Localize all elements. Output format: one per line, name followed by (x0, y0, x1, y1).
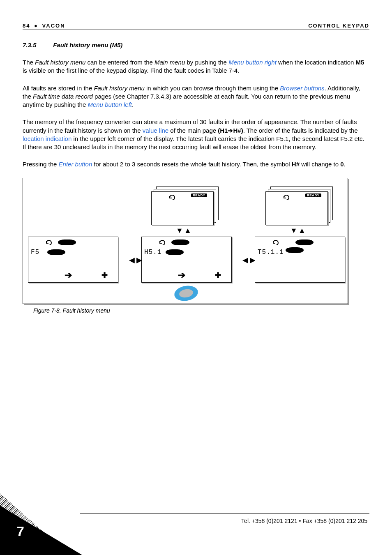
rotate-icon (272, 240, 279, 245)
keypad-screen-3: T5.1.1 (255, 237, 345, 283)
term-fault-history-menu: Fault history menu (35, 59, 85, 66)
footer-contact: Tel. +358 (0)201 2121 • Fax +358 (0)201 … (241, 518, 367, 524)
plus-icon: ✚ (101, 272, 108, 279)
enter-button-icon (173, 284, 199, 303)
text: in the upper left corner of the display.… (23, 135, 364, 150)
text: can be entered from the (85, 59, 154, 66)
code-zero: 0 (340, 161, 344, 168)
text: when the location indication (277, 59, 356, 66)
arrow-right-icon: ➔ (65, 271, 72, 280)
page-header: 84 ● VACON CONTROL KEYPAD (23, 23, 369, 30)
link-menu-button-right[interactable]: Menu button right (228, 59, 277, 66)
code-hhash: H#) (233, 127, 243, 134)
indicator-icon (47, 249, 65, 255)
text: . (132, 101, 134, 108)
code-m5: M5 (356, 59, 364, 66)
term-fault-time-data-record: Fault time data record (33, 93, 93, 100)
triangle-left-icon: ◀ (242, 256, 248, 264)
indicator-icon (58, 240, 76, 245)
triangle-down-icon: ▼ (290, 227, 297, 234)
page-number-top: 84 (23, 23, 30, 29)
rotate-icon (169, 194, 175, 200)
footer-rule (80, 514, 369, 514)
keypad-screen-1: F5 ➔ ✚ (28, 237, 118, 283)
section-title: Fault history menu (M5) (53, 41, 122, 48)
text: for about 2 to 3 seconds resets the whol… (92, 161, 292, 168)
arrow-right-icon: ➔ (178, 271, 185, 280)
ready-badge: READY (191, 193, 207, 197)
rotate-icon (283, 194, 290, 200)
section-heading: 7.3.5 Fault history menu (M5) (23, 41, 369, 48)
text: All faults are stored in the (23, 85, 94, 92)
text: of the main page (168, 127, 218, 134)
indicator-icon (166, 249, 184, 255)
link-enter-button[interactable]: Enter button (59, 161, 92, 168)
term-main-menu: Main menu (154, 59, 185, 66)
ready-badge: READY (305, 193, 321, 197)
code-h1: (H1 (218, 127, 228, 134)
text: . (344, 161, 346, 168)
indicator-icon (286, 247, 304, 253)
rotate-icon (46, 240, 52, 245)
text: by pushing the (185, 59, 228, 66)
paragraph-3: The memory of the frequency converter ca… (23, 118, 369, 151)
triangle-up-icon: ▲ (298, 227, 306, 234)
brand: VACON (42, 23, 65, 29)
term-fault-history-menu: Fault history menu (94, 85, 144, 92)
bullet-icon: ● (34, 23, 38, 29)
text: is visible on the first line of the keyp… (23, 67, 239, 74)
link-browser-buttons[interactable]: Browser buttons (280, 85, 324, 92)
footer-triangle-decoration (0, 506, 82, 555)
screen-stack-top-2: READY (265, 191, 328, 225)
screen-stack-top-1: READY (151, 191, 214, 225)
triangle-up-icon: ▲ (184, 227, 191, 234)
link-location-indication[interactable]: location indication (23, 135, 71, 142)
figure-7-8: READY READY ▼ ▲ ▼ ▲ F5 ➔ ✚ ◀ ▶ H5.1 (23, 178, 348, 304)
triangle-left-icon: ◀ (129, 256, 135, 264)
text: in which you can browse through them usi… (145, 85, 280, 92)
header-right: CONTROL KEYPAD (308, 23, 369, 29)
header-left: 84 ● VACON (23, 23, 65, 29)
screen-code: H5.1 (144, 249, 161, 256)
paragraph-4: Pressing the Enter button for about 2 to… (23, 160, 369, 168)
screen-code: T5.1.1 (258, 249, 284, 256)
indicator-icon (295, 240, 314, 245)
arrow-right-icon: ➔ (228, 127, 233, 134)
enter-button-inner (179, 288, 194, 299)
rotate-icon (159, 240, 166, 245)
triangle-down-icon: ▼ (176, 227, 183, 234)
indicator-icon (171, 240, 189, 245)
chapter-number: 7 (16, 523, 24, 539)
screen-code: F5 (31, 249, 39, 256)
section-number: 7.3.5 (23, 41, 51, 48)
text: will change to (300, 161, 340, 168)
figure-caption: Figure 7-8. Fault history menu (33, 307, 369, 314)
text: Pressing the (23, 161, 59, 168)
page-footer: Tel. +358 (0)201 2121 • Fax +358 (0)201 … (0, 485, 392, 555)
paragraph-1: The Fault history menu can be entered fr… (23, 58, 369, 75)
paragraph-2: All faults are stored in the Fault histo… (23, 84, 369, 109)
text: The (23, 59, 35, 66)
keypad-screen-2: H5.1 ➔ ✚ (141, 237, 232, 283)
link-menu-button-left[interactable]: Menu button left (88, 101, 132, 108)
code-hhash: H# (292, 161, 300, 168)
text: . The order of the faults is indicated b… (243, 127, 358, 134)
link-value-line[interactable]: value line (143, 127, 168, 134)
plus-icon: ✚ (215, 272, 221, 279)
